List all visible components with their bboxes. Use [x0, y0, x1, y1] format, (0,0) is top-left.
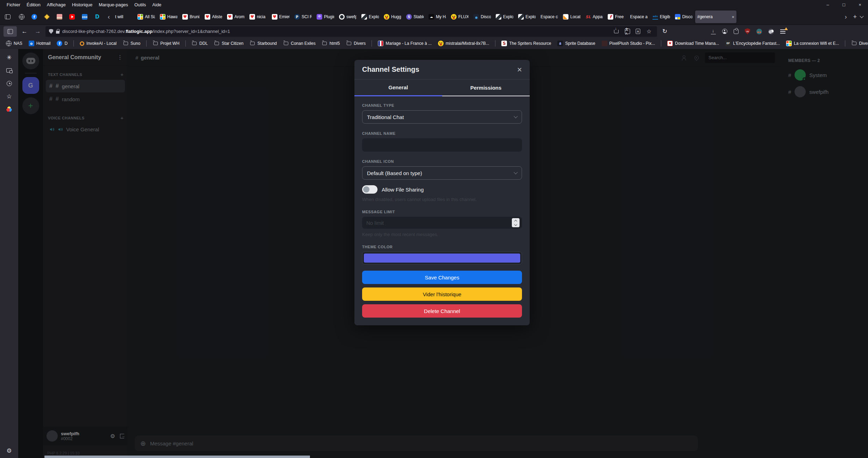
channel-name-input[interactable]: [362, 138, 522, 152]
browser-tab[interactable]: PSCI RE: [292, 11, 314, 23]
app-menu-icon[interactable]: [780, 29, 785, 34]
pinned-tab-pixel[interactable]: [54, 11, 65, 22]
logout-icon[interactable]: [120, 434, 124, 438]
bookmark-item[interactable]: Suno: [120, 40, 143, 47]
browser-tab[interactable]: Discor: [471, 11, 493, 23]
browser-tab[interactable]: ♥Bruni2: [180, 11, 202, 23]
list-all-tabs-icon[interactable]: [860, 14, 863, 18]
pinned-tab-fb[interactable]: f: [29, 11, 40, 22]
pinned-tab-gem[interactable]: [41, 11, 52, 22]
browser-tab[interactable]: #genera×: [695, 11, 736, 23]
bookmark-item[interactable]: Divers: [849, 40, 868, 47]
bookmark-item[interactable]: PixelPlush Studio - Pix...: [599, 40, 658, 47]
pinned-tab-globe[interactable]: [16, 11, 27, 22]
bookmark-item[interactable]: Mariage - La France à ...: [375, 40, 434, 47]
member-row[interactable]: #System: [788, 69, 868, 81]
lock-icon[interactable]: [56, 31, 59, 34]
add-server-button[interactable]: +: [22, 97, 39, 114]
browser-tab[interactable]: ☁My Ha: [426, 11, 448, 23]
delete-channel-button[interactable]: Delete Channel: [362, 304, 522, 318]
new-tab-button[interactable]: +: [853, 13, 857, 21]
file-sharing-toggle[interactable]: [362, 185, 377, 194]
clock-icon[interactable]: [6, 80, 13, 87]
bookmark-item[interactable]: mistralai/Mixtral-8x7B...: [436, 40, 492, 47]
shield-icon[interactable]: [49, 29, 53, 34]
bookmark-item[interactable]: Star Citizen: [212, 40, 246, 47]
save-page-icon[interactable]: [613, 28, 619, 35]
menu-outils[interactable]: Outils: [131, 1, 149, 8]
pinned-tab-yt[interactable]: [66, 11, 78, 22]
bookmark-item[interactable]: SThe Spriters Resource: [499, 40, 553, 47]
server-header[interactable]: General Community ⋮: [43, 49, 128, 66]
browser-tab[interactable]: ♥Aromy: [225, 11, 247, 23]
browser-tab[interactable]: Explor: [359, 11, 381, 23]
bookmark-item[interactable]: La connexion Wifi et E...: [784, 40, 841, 47]
pinned-tab-dsm[interactable]: DSM: [79, 11, 90, 22]
bookmark-item[interactable]: EFL'Encyclopédie Fantast...: [723, 40, 782, 47]
url-bar[interactable]: discord-like-php-chat-7262.dev.flatlogic…: [45, 26, 657, 37]
bookmark-item[interactable]: Starbound: [247, 40, 279, 47]
browser-tab[interactable]: Explor: [516, 11, 538, 23]
voice-channel-item[interactable]: Voice General: [46, 123, 125, 136]
message-input[interactable]: [150, 440, 692, 446]
tab-permissions[interactable]: Permissions: [442, 79, 530, 96]
add-text-channel-button[interactable]: +: [120, 71, 124, 77]
menu-affichage[interactable]: Affichage: [44, 1, 69, 8]
back-button[interactable]: ←: [19, 28, 30, 35]
extension-icon[interactable]: [768, 29, 774, 34]
browser-tab[interactable]: Hawai: [158, 11, 179, 23]
bookmark-item[interactable]: oHotmail: [26, 40, 53, 47]
translate-icon[interactable]: 文A: [625, 29, 630, 34]
star-icon[interactable]: ☆: [6, 93, 13, 100]
cast-icon[interactable]: [6, 67, 13, 74]
browser-tab[interactable]: Espace abo: [628, 11, 650, 23]
tab-general[interactable]: General: [354, 79, 442, 96]
browser-tab[interactable]: swefpi: [337, 11, 359, 23]
sidebar-settings-gear-icon[interactable]: ⚙: [0, 447, 18, 454]
browser-tab[interactable]: ♥nicia: [247, 11, 269, 23]
bookmark-item[interactable]: fD: [54, 40, 70, 47]
minimize-button[interactable]: –: [820, 0, 836, 9]
message-limit-input[interactable]: [362, 217, 522, 229]
browser-tab[interactable]: SStable: [404, 11, 426, 23]
discord-logo-button[interactable]: [22, 53, 39, 69]
browser-tab[interactable]: Explor: [494, 11, 515, 23]
member-row[interactable]: #swefpifh: [788, 86, 868, 97]
sidebar-toggle-button[interactable]: [3, 26, 17, 37]
bookmark-item[interactable]: Projet WH: [150, 40, 182, 47]
browser-tab[interactable]: FLUX.2: [449, 11, 471, 23]
server-button-general[interactable]: G: [22, 77, 39, 94]
firefox-view-button[interactable]: [1, 11, 14, 22]
bookmark-item[interactable]: InvokeAI - Local: [77, 40, 119, 47]
clear-history-button[interactable]: Vider l'historique: [362, 287, 522, 301]
downloads-icon[interactable]: [711, 29, 716, 34]
members-toggle-icon[interactable]: [682, 55, 688, 60]
browser-tab[interactable]: fFree :: [606, 11, 627, 23]
browser-tab[interactable]: ♥Alister: [203, 11, 224, 23]
close-window-button[interactable]: ×: [852, 0, 868, 9]
browser-tab[interactable]: Espace clie: [538, 11, 560, 23]
number-spinner[interactable]: [512, 218, 520, 227]
browser-tab[interactable]: t will: [113, 11, 135, 23]
channel-item-random[interactable]: ##random: [46, 93, 125, 105]
maximize-button[interactable]: □: [836, 0, 852, 9]
bookmark-star-icon[interactable]: ☆: [646, 28, 652, 35]
close-icon[interactable]: ×: [517, 65, 522, 74]
browser-tab[interactable]: Plugin: [315, 11, 336, 23]
browser-tab[interactable]: ♥Emie0: [270, 11, 291, 23]
reload-button[interactable]: ↻: [659, 28, 670, 35]
close-tab-icon[interactable]: ×: [732, 14, 734, 20]
bookmark-item[interactable]: Divers: [344, 40, 368, 47]
bookmark-item[interactable]: ♥Download Time Mana...: [665, 40, 721, 47]
bookmark-item[interactable]: DDL: [189, 40, 210, 47]
theme-color-input[interactable]: [362, 252, 522, 264]
scroll-tabs-left-icon[interactable]: ‹: [105, 13, 113, 21]
forward-button[interactable]: →: [32, 28, 43, 35]
pinned-tab-dwave[interactable]: D: [92, 11, 103, 22]
attach-plus-icon[interactable]: ⊕: [140, 439, 146, 447]
account-icon[interactable]: [722, 29, 727, 34]
browser-tab[interactable]: All Siz: [135, 11, 157, 23]
scroll-tabs-right-icon[interactable]: ›: [842, 13, 849, 21]
menu-aide[interactable]: Aide: [149, 1, 164, 8]
pin-icon[interactable]: [694, 55, 700, 61]
